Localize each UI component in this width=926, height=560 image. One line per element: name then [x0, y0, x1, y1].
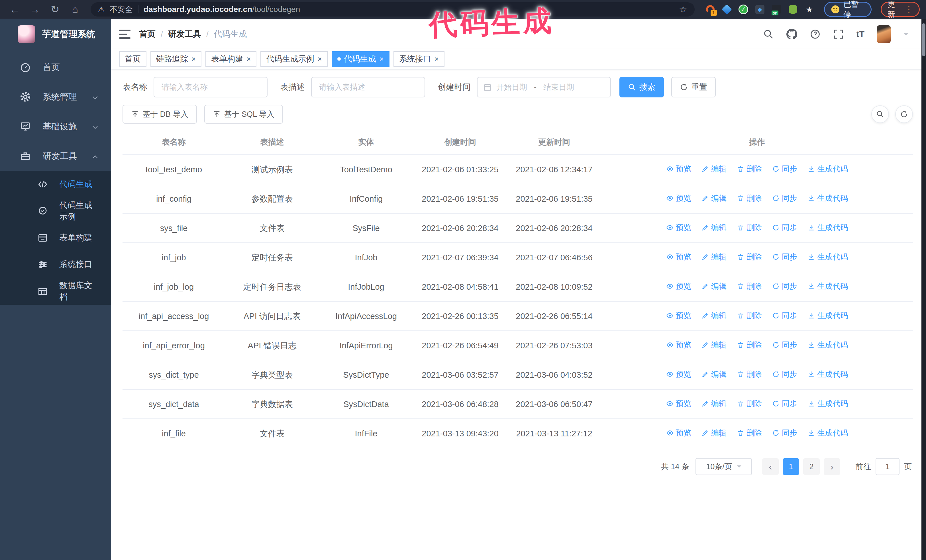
- goto-page-input[interactable]: [876, 458, 899, 475]
- sync-link[interactable]: 同步: [772, 426, 797, 439]
- preview-link[interactable]: 预览: [666, 426, 691, 439]
- update-button[interactable]: 更新 ⋮: [881, 2, 920, 17]
- breadcrumb-devtools[interactable]: 研发工具: [168, 29, 201, 40]
- preview-link[interactable]: 预览: [666, 280, 691, 293]
- sync-link[interactable]: 同步: [772, 338, 797, 352]
- preview-link[interactable]: 预览: [666, 162, 691, 175]
- sync-link[interactable]: 同步: [772, 280, 797, 293]
- extension-icon-3[interactable]: ✓: [738, 4, 749, 15]
- sync-link[interactable]: 同步: [772, 397, 797, 410]
- fullscreen-icon[interactable]: [833, 29, 844, 39]
- edit-link[interactable]: 编辑: [702, 338, 726, 352]
- generate-code-link[interactable]: 生成代码: [808, 368, 848, 381]
- address-bar[interactable]: ⚠ 不安全 dashboard.yudao.iocoder.cn/tool/co…: [91, 2, 694, 17]
- page-button-1[interactable]: 1: [783, 458, 799, 475]
- extension-icon-2[interactable]: [722, 4, 732, 15]
- browser-menu-icon[interactable]: ⋮: [905, 8, 913, 11]
- font-size-icon[interactable]: tT: [856, 29, 864, 39]
- generate-code-link[interactable]: 生成代码: [808, 338, 848, 352]
- delete-link[interactable]: 删除: [737, 221, 762, 234]
- github-icon[interactable]: [787, 29, 797, 39]
- table-desc-input[interactable]: [311, 77, 425, 97]
- delete-link[interactable]: 删除: [737, 426, 762, 439]
- extension-icon-5[interactable]: on: [771, 4, 782, 15]
- start-date-placeholder[interactable]: 开始日期: [496, 82, 527, 92]
- breadcrumb-home[interactable]: 首页: [139, 29, 156, 40]
- tab-codegen-example[interactable]: 代码生成示例×: [260, 51, 327, 66]
- close-icon[interactable]: ×: [434, 55, 439, 63]
- generate-code-link[interactable]: 生成代码: [808, 251, 848, 264]
- delete-link[interactable]: 删除: [737, 162, 762, 175]
- import-sql-button[interactable]: 基于 SQL 导入: [204, 105, 283, 124]
- edit-link[interactable]: 编辑: [702, 426, 726, 439]
- edit-link[interactable]: 编辑: [702, 397, 726, 410]
- table-name-input[interactable]: [154, 77, 268, 97]
- sidebar-item-codegen-example[interactable]: 代码生成示例: [0, 198, 111, 225]
- hamburger-icon[interactable]: [119, 30, 130, 39]
- browser-back-icon[interactable]: ←: [6, 2, 23, 17]
- next-page-button[interactable]: ›: [824, 458, 840, 475]
- edit-link[interactable]: 编辑: [702, 221, 726, 234]
- close-icon[interactable]: ×: [191, 55, 196, 63]
- page-button-2[interactable]: 2: [803, 458, 820, 475]
- browser-forward-icon[interactable]: →: [26, 2, 43, 17]
- prev-page-button[interactable]: ‹: [762, 458, 779, 475]
- page-url[interactable]: dashboard.yudao.iocoder.cn/tool/codegen: [144, 5, 300, 14]
- end-date-placeholder[interactable]: 结束日期: [543, 82, 574, 92]
- delete-link[interactable]: 删除: [737, 338, 762, 352]
- generate-code-link[interactable]: 生成代码: [808, 192, 848, 205]
- generate-code-link[interactable]: 生成代码: [808, 221, 848, 234]
- paused-badge[interactable]: 已暂停: [824, 2, 872, 17]
- caret-down-icon[interactable]: [903, 33, 909, 38]
- edit-link[interactable]: 编辑: [702, 309, 726, 322]
- edit-link[interactable]: 编辑: [702, 251, 726, 264]
- delete-link[interactable]: 删除: [737, 397, 762, 410]
- extension-icon-6[interactable]: [788, 4, 798, 15]
- bookmark-star-icon[interactable]: ☆: [679, 4, 687, 15]
- date-range-picker[interactable]: 开始日期 - 结束日期: [477, 77, 611, 97]
- browser-home-icon[interactable]: ⌂: [67, 2, 83, 17]
- page-size-select[interactable]: 10条/页: [696, 458, 752, 475]
- tab-form-builder[interactable]: 表单构建×: [206, 51, 256, 66]
- edit-link[interactable]: 编辑: [702, 368, 726, 381]
- tab-system-api[interactable]: 系统接口×: [393, 51, 445, 66]
- generate-code-link[interactable]: 生成代码: [808, 162, 848, 175]
- browser-refresh-icon[interactable]: ↻: [47, 2, 64, 17]
- import-db-button[interactable]: 基于 DB 导入: [123, 105, 197, 124]
- sync-link[interactable]: 同步: [772, 309, 797, 322]
- sync-link[interactable]: 同步: [772, 192, 797, 205]
- close-icon[interactable]: ×: [247, 55, 251, 63]
- generate-code-link[interactable]: 生成代码: [808, 426, 848, 439]
- help-icon[interactable]: [810, 29, 820, 39]
- sidebar-item-form-builder[interactable]: 表单构建: [0, 225, 111, 251]
- tab-tracing[interactable]: 链路追踪×: [150, 51, 201, 66]
- delete-link[interactable]: 删除: [737, 192, 762, 205]
- reset-button[interactable]: 重置: [671, 77, 716, 97]
- extension-icon-4[interactable]: ◆: [755, 4, 765, 15]
- scrollbar-thumb[interactable]: [922, 23, 925, 56]
- edit-link[interactable]: 编辑: [702, 192, 726, 205]
- preview-link[interactable]: 预览: [666, 221, 691, 234]
- not-secure-label[interactable]: 不安全: [110, 4, 133, 15]
- preview-link[interactable]: 预览: [666, 192, 691, 205]
- sidebar-item-system-api[interactable]: 系统接口: [0, 251, 111, 278]
- sidebar-item-codegen[interactable]: 代码生成: [0, 171, 111, 198]
- sidebar-item-system[interactable]: 系统管理: [0, 82, 111, 112]
- toggle-search-button[interactable]: [871, 106, 889, 123]
- generate-code-link[interactable]: 生成代码: [808, 309, 848, 322]
- sidebar-item-home[interactable]: 首页: [0, 53, 111, 82]
- sync-link[interactable]: 同步: [772, 221, 797, 234]
- edit-link[interactable]: 编辑: [702, 162, 726, 175]
- delete-link[interactable]: 删除: [737, 309, 762, 322]
- close-icon[interactable]: ×: [318, 55, 322, 63]
- tab-home[interactable]: 首页: [119, 51, 147, 66]
- delete-link[interactable]: 删除: [737, 368, 762, 381]
- preview-link[interactable]: 预览: [666, 368, 691, 381]
- generate-code-link[interactable]: 生成代码: [808, 397, 848, 410]
- preview-link[interactable]: 预览: [666, 251, 691, 264]
- extension-icon-7[interactable]: ★: [804, 4, 815, 15]
- generate-code-link[interactable]: 生成代码: [808, 280, 848, 293]
- preview-link[interactable]: 预览: [666, 338, 691, 352]
- sidebar-logo-row[interactable]: 芋道管理系统: [0, 20, 111, 49]
- page-scrollbar[interactable]: [921, 20, 926, 560]
